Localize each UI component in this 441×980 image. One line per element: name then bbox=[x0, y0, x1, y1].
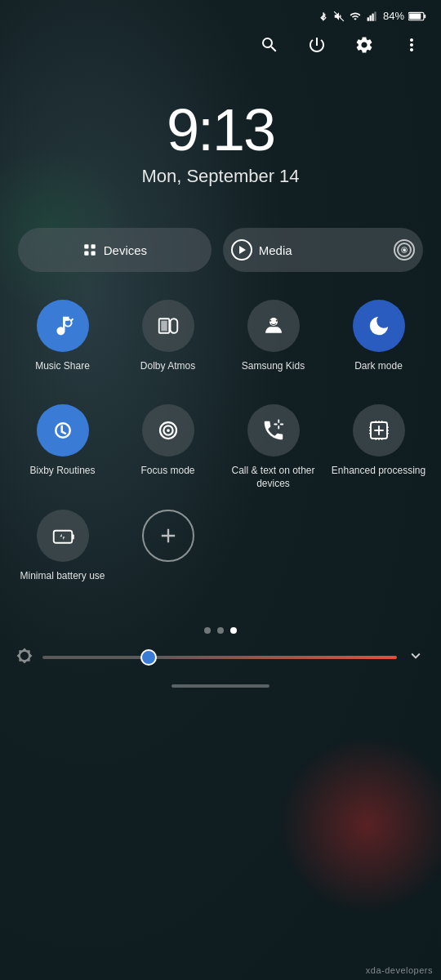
clock-date: Mon, September 14 bbox=[141, 166, 299, 187]
kids-icon-circle bbox=[247, 300, 300, 352]
svg-rect-7 bbox=[409, 13, 421, 19]
main-content: 84% 9:13 Mon, September 14 bbox=[0, 0, 441, 980]
svg-point-18 bbox=[270, 320, 271, 322]
qs-dolby-atmos[interactable]: Dolby Atmos bbox=[117, 292, 219, 393]
status-bar: 84% bbox=[0, 0, 441, 27]
enhanced-icon bbox=[367, 418, 391, 443]
quick-settings-grid: Music Share Dolby Atmos bbox=[0, 292, 441, 619]
nav-bar bbox=[172, 684, 270, 688]
call-text-icon-circle bbox=[247, 404, 300, 457]
qs-dark-mode[interactable]: Dark mode bbox=[327, 292, 430, 393]
svg-rect-6 bbox=[424, 14, 425, 18]
kids-icon bbox=[261, 314, 286, 338]
qs-enhanced-processing[interactable]: Enhanced processing bbox=[327, 396, 430, 498]
svg-rect-2 bbox=[369, 15, 371, 20]
dolby-label: Dolby Atmos bbox=[140, 360, 195, 385]
devices-grid-icon bbox=[82, 243, 97, 257]
focus-label: Focus mode bbox=[140, 465, 194, 489]
bluetooth-icon bbox=[318, 11, 329, 22]
power-button[interactable] bbox=[302, 30, 332, 60]
qs-call-text[interactable]: Call & text on other devices bbox=[222, 396, 324, 498]
devices-button[interactable]: Devices bbox=[18, 228, 212, 272]
battery-icon-status bbox=[408, 11, 426, 21]
device-media-row: Devices Media bbox=[0, 228, 441, 292]
dolby-icon bbox=[156, 314, 180, 338]
status-icons: 84% bbox=[318, 10, 426, 22]
quick-actions-bar bbox=[0, 27, 441, 68]
moon-icon bbox=[367, 314, 391, 338]
kids-label: Samsung Kids bbox=[242, 360, 305, 385]
qs-music-share[interactable]: Music Share bbox=[11, 292, 114, 393]
svg-point-19 bbox=[275, 320, 277, 322]
qs-focus-mode[interactable]: Focus mode bbox=[117, 396, 219, 498]
media-left: Media bbox=[231, 239, 292, 261]
brightness-thumb[interactable] bbox=[140, 649, 157, 666]
bixby-icon bbox=[51, 418, 75, 443]
qs-minimal-battery[interactable]: Minimal battery use bbox=[11, 501, 114, 603]
svg-rect-9 bbox=[91, 244, 95, 248]
target-icon bbox=[394, 239, 415, 261]
qs-add[interactable]: + bbox=[117, 501, 219, 603]
bixby-label: Bixby Routines bbox=[29, 465, 95, 489]
svg-marker-12 bbox=[239, 246, 246, 254]
qs-bixby-routines[interactable]: Bixby Routines bbox=[11, 396, 114, 498]
settings-button[interactable] bbox=[350, 30, 379, 60]
media-label: Media bbox=[259, 243, 292, 257]
svg-point-22 bbox=[167, 429, 170, 432]
media-button[interactable]: Media bbox=[223, 228, 423, 272]
svg-rect-16 bbox=[161, 321, 167, 332]
call-text-icon bbox=[261, 418, 286, 443]
dark-mode-label: Dark mode bbox=[354, 360, 403, 385]
svg-rect-4 bbox=[374, 11, 376, 21]
play-icon-circle bbox=[231, 239, 252, 261]
qs-samsung-kids[interactable]: Samsung Kids bbox=[222, 292, 324, 393]
add-icon-circle bbox=[142, 510, 194, 562]
svg-rect-10 bbox=[84, 252, 88, 256]
signal-icon bbox=[366, 11, 379, 22]
bixby-icon-circle bbox=[37, 404, 89, 457]
mute-icon bbox=[333, 11, 345, 22]
enhanced-icon-circle bbox=[353, 404, 405, 457]
page-dots bbox=[0, 619, 441, 647]
more-button[interactable] bbox=[397, 30, 426, 60]
svg-rect-8 bbox=[84, 244, 88, 248]
battery-percentage: 84% bbox=[383, 10, 404, 22]
svg-rect-15 bbox=[170, 318, 177, 333]
devices-label: Devices bbox=[104, 243, 147, 257]
battery-qs-icon bbox=[51, 523, 75, 548]
dark-mode-icon-circle bbox=[353, 300, 405, 352]
svg-rect-1 bbox=[368, 17, 369, 21]
add-icon bbox=[157, 524, 180, 547]
call-text-label: Call & text on other devices bbox=[225, 465, 321, 490]
svg-rect-3 bbox=[372, 13, 373, 20]
battery-label: Minimal battery use bbox=[20, 570, 105, 595]
page-dot-3[interactable] bbox=[230, 627, 237, 634]
chevron-down-icon[interactable] bbox=[407, 647, 425, 668]
brightness-low-icon bbox=[16, 648, 33, 667]
page-dot-1[interactable] bbox=[204, 627, 211, 634]
wifi-icon bbox=[349, 11, 362, 22]
music-share-label: Music Share bbox=[35, 360, 90, 385]
clock-section: 9:13 Mon, September 14 bbox=[0, 68, 441, 228]
svg-rect-25 bbox=[72, 534, 74, 539]
brightness-row bbox=[0, 647, 441, 668]
music-share-icon-circle bbox=[37, 300, 89, 352]
music-share-icon bbox=[51, 314, 75, 338]
page-dot-2[interactable] bbox=[217, 627, 224, 634]
enhanced-label: Enhanced processing bbox=[332, 465, 425, 489]
brightness-track[interactable] bbox=[42, 656, 397, 659]
dolby-icon-circle bbox=[142, 300, 194, 352]
clock-time: 9:13 bbox=[167, 100, 274, 159]
focus-icon bbox=[156, 418, 180, 443]
search-button[interactable] bbox=[255, 30, 284, 60]
focus-icon-circle bbox=[142, 404, 194, 457]
battery-icon-circle bbox=[37, 510, 89, 562]
svg-rect-11 bbox=[91, 252, 95, 256]
